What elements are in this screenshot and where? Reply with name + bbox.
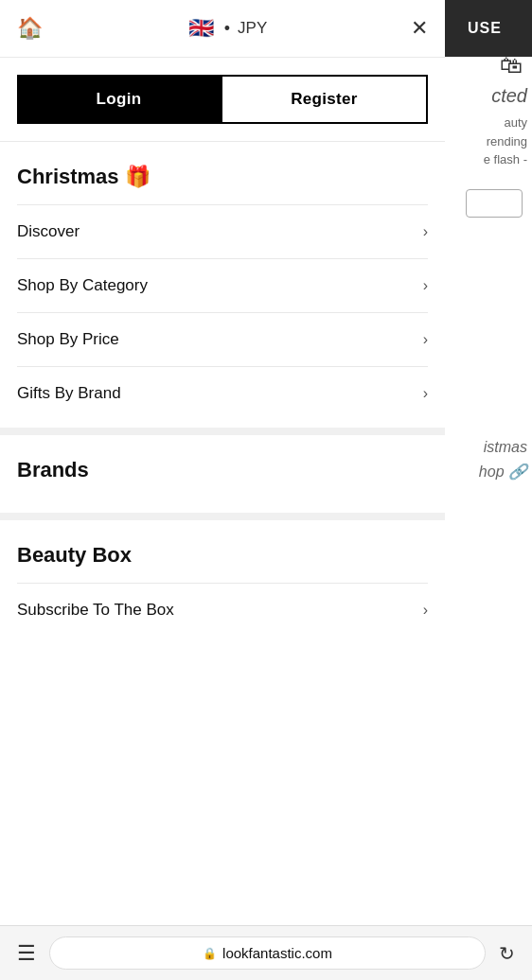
lock-icon: 🔒 [203,947,217,960]
close-button[interactable]: ✕ [411,18,428,39]
use-banner: USE [437,0,532,57]
home-icon[interactable]: 🏠 [17,16,43,41]
christmas-title: Christmas 🎁 [17,142,428,204]
browser-url-bar[interactable]: 🔒 lookfantastic.com [49,936,486,970]
brands-section[interactable]: Brands [0,435,445,505]
currency-selector[interactable]: 🇬🇧 • JPY [186,13,268,44]
flag-icon: 🇬🇧 [186,13,217,44]
section-divider-2 [0,513,445,520]
christmas-section: Christmas 🎁 Discover › Shop By Category … [0,142,445,420]
gifts-by-brand-chevron-icon: › [423,385,428,402]
login-button[interactable]: Login [17,75,221,124]
bg-italic-text: cted [491,85,527,107]
discover-nav-item[interactable]: Discover › [17,204,428,258]
dot-separator: • [224,19,230,39]
discover-chevron-icon: › [423,223,428,240]
bg-box [466,189,523,218]
drawer-header: 🏠 🇬🇧 • JPY ✕ [0,0,445,58]
browser-menu-icon[interactable]: ☰ [17,941,36,966]
discover-label: Discover [17,222,80,241]
brands-title: Brands [17,458,428,482]
background-page: cted autyrendinge flash - istmashop 🔗 [437,57,532,925]
gifts-by-brand-label: Gifts By Brand [17,384,121,403]
bag-icon[interactable]: 🛍 [500,52,523,78]
shop-by-category-nav-item[interactable]: Shop By Category › [17,258,428,312]
bg-christmas-text: istmashop 🔗 [479,435,527,483]
drawer-content: Christmas 🎁 Discover › Shop By Category … [0,142,445,980]
gifts-by-brand-nav-item[interactable]: Gifts By Brand › [17,366,428,420]
browser-bar: ☰ 🔒 lookfantastic.com ↻ [0,925,532,980]
subscribe-nav-item[interactable]: Subscribe To The Box › [17,583,428,637]
shop-by-category-chevron-icon: › [423,277,428,294]
shop-by-price-nav-item[interactable]: Shop By Price › [17,312,428,366]
shop-by-category-label: Shop By Category [17,276,148,295]
beauty-box-section: Beauty Box Subscribe To The Box › [0,520,445,637]
shop-by-price-chevron-icon: › [423,331,428,348]
beauty-box-title: Beauty Box [17,520,428,583]
url-text: lookfantastic.com [222,945,332,961]
register-button[interactable]: Register [221,75,428,124]
bg-description-text: autyrendinge flash - [484,114,527,169]
subscribe-chevron-icon: › [423,602,428,619]
refresh-icon[interactable]: ↻ [499,942,515,965]
auth-buttons-section: Login Register [0,58,445,142]
bag-icon-area[interactable]: 🛍 [500,52,523,79]
shop-by-price-label: Shop By Price [17,330,119,349]
currency-label: JPY [238,19,267,38]
subscribe-label: Subscribe To The Box [17,601,174,620]
section-divider-1 [0,428,445,435]
navigation-drawer: 🏠 🇬🇧 • JPY ✕ Login Register Christmas 🎁 … [0,0,445,980]
